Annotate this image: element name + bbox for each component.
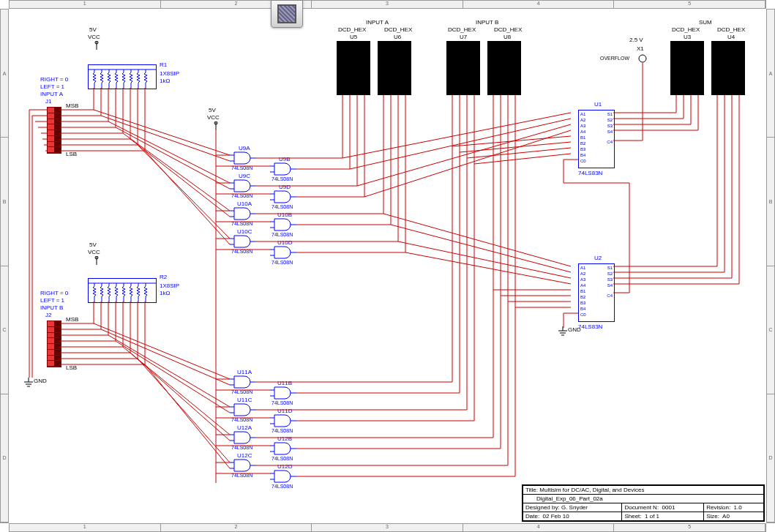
schematic-canvas[interactable]: 1 2 3 4 5 1 2 3 4 5 A B C D A B C D 5V V… [0,0,775,532]
svg-point-8 [639,55,646,62]
u11a-ref: U11A [237,369,252,375]
u9b-ref: U9B [279,156,291,162]
gate-u9d[interactable] [274,191,295,203]
gate-u12c[interactable] [234,460,255,471]
vcc-icon [92,256,101,269]
u3-ref: U3 [684,34,691,40]
msb-label: MSB [66,102,78,109]
ruler-right: A B C D [766,9,775,523]
gate-u12b[interactable] [274,443,295,454]
gate-u11c[interactable] [234,404,255,416]
u11d-part: 74LS08N [272,428,293,433]
lsb-label-2: LSB [66,364,77,371]
u9a-ref: U9A [239,145,250,151]
gate-u11d[interactable] [274,415,295,427]
vcc-5v-label: 5V [89,26,97,33]
resistor-network-r2[interactable] [88,278,157,303]
dcdhex-u4-type: DCD_HEX [717,26,745,33]
u1-part: 74LS83N [578,170,602,176]
sheet-text: 1 of 1 [645,513,659,520]
input-b-title: INPUT B [40,304,63,311]
gate-u10a[interactable] [234,208,255,220]
gate-u9a[interactable] [234,152,255,164]
gate-u11b[interactable] [274,387,295,399]
gate-u11a[interactable] [234,376,255,388]
resistor-network-r1[interactable] [88,64,157,89]
overflow-label: OVERFLOW [600,56,629,61]
lsb-label: LSB [66,151,77,157]
vcc-5v-label-3: 5V [89,241,97,248]
u10a-ref: U10A [237,201,252,207]
size-text: A0 [722,513,730,520]
title-label: Title: [525,487,538,493]
msb-label-2: MSB [66,316,78,323]
u11c-part: 74LS08N [231,417,252,422]
vcc-label-3: VCC [88,249,100,255]
u12a-ref: U12A [237,424,252,431]
gate-u10d[interactable] [274,247,295,258]
u10c-part: 74LS08N [231,249,252,254]
input-a-right0: RIGHT = 0 [40,76,68,83]
gate-u9b[interactable] [274,163,295,175]
hex-display-u5[interactable] [337,41,370,95]
dcdhex-u7-type: DCD_HEX [448,26,476,33]
r2-value: 1kΩ [160,290,170,296]
gnd-label: GND [34,378,47,384]
hex-display-u3[interactable] [670,41,704,95]
title-text: Multisim for DC/AC, Digital, and Devices [539,487,644,493]
design-label: Designed by: [525,504,560,511]
u2-ref: U2 [594,255,602,261]
vcc-icon [211,121,220,135]
r1-ref: R1 [160,61,167,68]
r2-type: 1X8SIP [160,282,179,289]
u12c-ref: U12C [237,452,252,459]
rev-label: Revision: [706,504,730,511]
gate-u10c[interactable] [234,236,255,247]
gate-u9c[interactable] [234,180,255,192]
u12d-ref: U12D [277,463,292,470]
gate-u12a[interactable] [234,432,255,443]
sheet-label: Sheet: [624,513,641,520]
dip-switch-j2[interactable] [47,321,61,367]
probe-icon[interactable] [638,54,647,64]
hex-display-u7[interactable] [446,41,480,95]
j1-ref: J1 [45,98,51,105]
gate-u10b[interactable] [274,219,295,231]
dip-switch-j1[interactable] [47,107,61,154]
gate-u12d[interactable] [274,471,295,482]
title-block: Title: Multisim for DC/AC, Digital, and … [522,484,765,522]
dcdhex-u6-type: DCD_HEX [384,26,412,33]
hex-display-u8[interactable] [487,41,521,95]
r1-type: 1X8SIP [160,70,179,77]
u9d-ref: U9D [279,184,291,190]
u9d-part: 74LS08N [272,204,293,209]
u10d-ref: U10D [277,239,292,246]
u11c-ref: U11C [237,397,252,403]
dcdhex-u8-type: DCD_HEX [494,26,522,33]
date-text: 02 Feb 10 [543,513,569,520]
probe-voltage: 2.5 V [629,37,643,43]
vcc-5v-label-2: 5V [209,107,216,113]
r1-value: 1kΩ [160,78,170,84]
u12a-part: 74LS08N [231,445,252,450]
input-b-disp-title: INPUT B [476,19,498,26]
toolbar-button[interactable] [271,0,303,28]
probe-ref: X1 [637,45,644,52]
hex-display-u4[interactable] [711,41,745,95]
hex-display-u6[interactable] [378,41,411,95]
ruler-top: 1 2 3 4 5 [9,0,766,9]
chip-u2[interactable]: A1 A2 A3 A4 B1 B2 B3 B4 C0 S1 S2 S3 S4 C… [578,263,615,322]
date-label: Date: [525,513,539,520]
chip-u1[interactable]: A1 A2 A3 A4 B1 B2 B3 B4 C0 S1 S2 S3 S4 C… [578,110,615,168]
input-b-left1: LEFT = 1 [40,297,64,304]
u12d-part: 74LS08N [272,484,293,489]
input-b-right0: RIGHT = 0 [40,290,68,296]
u11a-part: 74LS08N [231,389,252,394]
ruler-left: A B C D [0,9,9,523]
u10c-ref: U10C [237,228,252,235]
u9c-part: 74LS08N [231,193,252,198]
u2-part: 74LS83N [578,323,602,330]
input-a-title: INPUT A [40,91,63,97]
dcdhex-u5-type: DCD_HEX [338,26,366,33]
size-label: Size: [706,513,719,520]
